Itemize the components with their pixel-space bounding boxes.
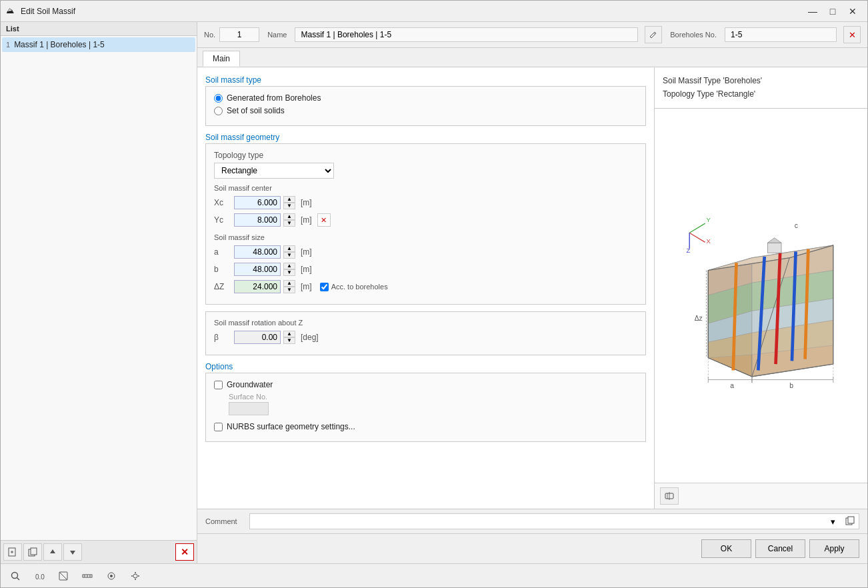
- comment-input[interactable]: [249, 513, 859, 529]
- acc-to-boreholes-label[interactable]: Acc. to boreholes: [331, 283, 388, 291]
- beta-down[interactable]: ▼: [283, 337, 295, 344]
- measure-bottom-button[interactable]: [78, 567, 97, 585]
- topology-info-text: Topology Type 'Rectangle': [663, 87, 859, 101]
- axes: Y X Z: [686, 217, 711, 255]
- xc-up[interactable]: ▲: [283, 196, 295, 203]
- xc-unit: [m]: [301, 198, 312, 207]
- xc-input[interactable]: [234, 196, 281, 209]
- edit-name-button[interactable]: [645, 26, 662, 43]
- type-info-text: Soil Massif Type 'Boreholes': [663, 74, 859, 87]
- groundwater-row: Groundwater: [214, 380, 637, 389]
- comment-dropdown-button[interactable]: ▾: [825, 513, 841, 529]
- svg-marker-15: [767, 238, 781, 243]
- a-input[interactable]: [234, 245, 281, 259]
- building-icon: [767, 238, 781, 253]
- nurbs-row: NURBS surface geometry settings...: [214, 422, 637, 431]
- acc-to-boreholes-checkbox[interactable]: [320, 283, 329, 291]
- beta-input[interactable]: [234, 331, 281, 344]
- delete-item-button[interactable]: ✕: [175, 543, 194, 561]
- topology-select[interactable]: Rectangle: [214, 163, 334, 179]
- list-toolbar: ✕: [1, 540, 197, 563]
- b-input[interactable]: [234, 263, 281, 276]
- a-row: a ▲ ▼ [m]: [214, 245, 637, 259]
- dz-input[interactable]: [234, 280, 281, 293]
- snap-bottom-button[interactable]: [102, 567, 121, 585]
- dz-up[interactable]: ▲: [283, 280, 295, 287]
- b-label: b: [214, 265, 231, 274]
- groundwater-checkbox[interactable]: [214, 381, 223, 389]
- content-area: Soil massif type Generated from Borehole…: [197, 67, 867, 509]
- yc-input[interactable]: [234, 213, 281, 227]
- a-dim-label: a: [730, 382, 734, 389]
- yc-unit: [m]: [301, 215, 312, 225]
- left-panel: List 1 Massif 1 | Boreholes | 1-5: [1, 22, 197, 563]
- svg-line-8: [689, 224, 705, 233]
- soil-massif-geometry-label: Soil massif geometry: [205, 133, 646, 142]
- tab-main[interactable]: Main: [203, 51, 240, 67]
- dz-unit: [m]: [301, 282, 312, 291]
- b-up[interactable]: ▲: [283, 263, 295, 269]
- rotation-label: Soil massif rotation about Z: [214, 319, 637, 327]
- yc-clear-button[interactable]: ✕: [317, 213, 331, 227]
- radio-soil-solids-label[interactable]: Set of soil solids: [227, 106, 285, 115]
- search-bottom-button[interactable]: [6, 567, 25, 585]
- ok-button[interactable]: OK: [701, 539, 751, 558]
- radio-soil-solids[interactable]: [214, 107, 223, 115]
- surface-no-input[interactable]: [229, 402, 269, 415]
- xc-label: Xc: [214, 198, 231, 207]
- list-item-num: 1: [6, 41, 10, 49]
- list-item[interactable]: 1 Massif 1 | Boreholes | 1-5: [2, 37, 195, 52]
- title-bar: ⛰ Edit Soil Massif — □ ✕: [1, 1, 867, 22]
- beta-up[interactable]: ▲: [283, 331, 295, 337]
- apply-button[interactable]: Apply: [809, 539, 859, 558]
- new-item-button[interactable]: [3, 543, 22, 561]
- svg-marker-5: [50, 549, 55, 553]
- center-right-area: No. Name Boreholes No. ✕ Ma: [197, 22, 867, 563]
- radio-boreholes-label[interactable]: Generated from Boreholes: [227, 93, 321, 103]
- diagram-settings-button[interactable]: [660, 487, 679, 505]
- coordinate-bottom-button[interactable]: 0.00: [30, 567, 49, 585]
- settings-bottom-button[interactable]: [126, 567, 145, 585]
- move-down-button[interactable]: [63, 543, 82, 561]
- select-bottom-button[interactable]: [54, 567, 73, 585]
- svg-point-38: [110, 575, 113, 577]
- a-down[interactable]: ▼: [283, 252, 295, 259]
- groundwater-label[interactable]: Groundwater: [227, 380, 273, 389]
- geometry-section-title: Soil massif geometry: [205, 133, 279, 142]
- window-controls: — □ ✕: [803, 4, 862, 19]
- radio-soil-solids-row: Set of soil solids: [214, 106, 637, 115]
- cancel-button[interactable]: Cancel: [755, 539, 805, 558]
- yc-row: Yc ▲ ▼ [m] ✕: [214, 213, 637, 227]
- b-spinner: ▲ ▼: [283, 263, 295, 276]
- yc-up[interactable]: ▲: [283, 213, 295, 220]
- svg-text:Y: Y: [706, 217, 711, 224]
- nurbs-checkbox[interactable]: [214, 423, 223, 431]
- boreholes-input[interactable]: [725, 27, 837, 42]
- name-input[interactable]: [295, 27, 638, 42]
- no-input[interactable]: [219, 27, 259, 42]
- svg-marker-6: [70, 551, 75, 555]
- clear-boreholes-button[interactable]: ✕: [843, 26, 861, 43]
- geometry-section: Topology type Rectangle Soil massif cent…: [205, 143, 646, 305]
- copy-item-button[interactable]: [23, 543, 42, 561]
- dz-dim-label: Δz: [694, 315, 702, 322]
- bottom-toolbar: 0.00: [1, 563, 867, 587]
- move-up-button[interactable]: [43, 543, 62, 561]
- right-bottom-toolbar: [655, 483, 867, 509]
- xc-row: Xc ▲ ▼ [m]: [214, 196, 637, 209]
- minimize-button[interactable]: —: [803, 4, 822, 19]
- nurbs-label[interactable]: NURBS surface geometry settings...: [227, 422, 355, 431]
- dz-down[interactable]: ▼: [283, 287, 295, 293]
- maximize-button[interactable]: □: [823, 4, 842, 19]
- b-down[interactable]: ▼: [283, 269, 295, 276]
- a-up[interactable]: ▲: [283, 245, 295, 252]
- center-label: Soil massif center: [214, 184, 637, 192]
- comment-copy-button[interactable]: [842, 513, 858, 529]
- radio-boreholes[interactable]: [214, 94, 223, 103]
- beta-spinner: ▲ ▼: [283, 331, 295, 344]
- surface-no-label: Surface No.: [229, 393, 637, 401]
- close-button[interactable]: ✕: [843, 4, 862, 19]
- dz-row: ΔZ ▲ ▼ [m] Acc. to boreholes: [214, 280, 637, 293]
- yc-down[interactable]: ▼: [283, 220, 295, 227]
- xc-down[interactable]: ▼: [283, 203, 295, 209]
